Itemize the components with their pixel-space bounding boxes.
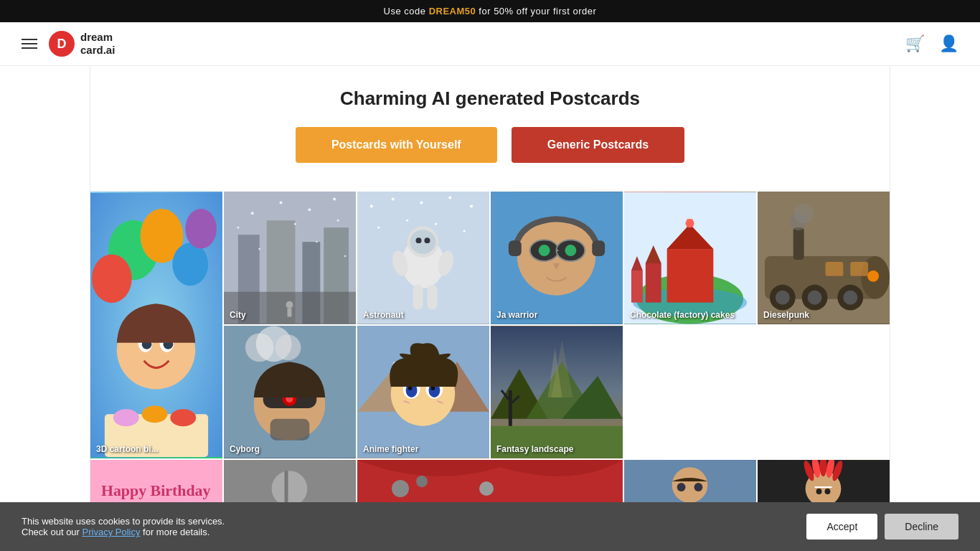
chocolate-image bbox=[624, 192, 756, 324]
svg-point-40 bbox=[406, 220, 408, 222]
svg-point-38 bbox=[470, 204, 473, 207]
birthday-image bbox=[90, 192, 222, 458]
svg-point-58 bbox=[565, 245, 576, 256]
logo-icon: D bbox=[49, 31, 75, 57]
gallery-item[interactable]: Cyborg bbox=[224, 326, 356, 458]
gallery-label: Anime fighter bbox=[363, 444, 418, 454]
header-left: D dream card.ai bbox=[22, 31, 115, 57]
svg-point-5 bbox=[185, 209, 217, 249]
gallery-item[interactable]: Fantasy landscape bbox=[491, 326, 623, 458]
gallery-item[interactable]: 3D cartoon bi... bbox=[90, 192, 222, 458]
cookie-text: This website uses cookies to provide its… bbox=[22, 516, 225, 537]
logo-text: dream card.ai bbox=[80, 31, 115, 57]
gallery-label: Cyborg bbox=[230, 444, 260, 454]
svg-point-30 bbox=[344, 255, 347, 258]
gallery-item[interactable]: Anime fighter bbox=[357, 326, 489, 458]
svg-rect-32 bbox=[288, 309, 292, 317]
dieselpunk-image bbox=[758, 192, 890, 324]
decline-cookies-button[interactable]: Decline bbox=[885, 514, 958, 540]
svg-point-127 bbox=[392, 480, 409, 497]
svg-point-22 bbox=[280, 201, 283, 204]
svg-rect-68 bbox=[631, 270, 643, 303]
svg-rect-85 bbox=[850, 262, 868, 276]
gallery-label: Fantasy landscape bbox=[496, 444, 573, 454]
svg-rect-51 bbox=[427, 285, 437, 310]
svg-rect-116 bbox=[509, 390, 512, 426]
warrior-image bbox=[491, 192, 623, 324]
svg-point-37 bbox=[448, 196, 451, 199]
svg-point-28 bbox=[258, 248, 260, 250]
svg-rect-59 bbox=[509, 240, 522, 256]
svg-point-83 bbox=[794, 203, 814, 223]
header: D dream card.ai 🛒 👤 bbox=[0, 22, 980, 66]
privacy-policy-link[interactable]: Privacy Policy bbox=[83, 527, 141, 537]
tab-generic-postcards[interactable]: Generic Postcards bbox=[512, 127, 684, 163]
svg-point-39 bbox=[377, 227, 380, 229]
svg-point-2 bbox=[92, 255, 132, 303]
svg-point-46 bbox=[416, 237, 422, 243]
gallery-label: City bbox=[230, 310, 246, 320]
svg-point-45 bbox=[410, 230, 436, 254]
svg-rect-95 bbox=[270, 419, 310, 441]
tab-postcards-yourself[interactable]: Postcards with Yourself bbox=[296, 127, 497, 163]
svg-point-23 bbox=[308, 208, 311, 211]
fantasy-image bbox=[491, 326, 623, 458]
svg-point-133 bbox=[694, 483, 702, 491]
gallery-label: Astronaut bbox=[363, 310, 404, 320]
svg-point-80 bbox=[843, 291, 857, 305]
svg-point-26 bbox=[294, 223, 296, 225]
svg-point-57 bbox=[539, 245, 550, 256]
svg-point-4 bbox=[172, 243, 208, 286]
user-icon[interactable]: 👤 bbox=[939, 34, 958, 53]
gallery-item[interactable]: Dieselpunk bbox=[758, 192, 890, 324]
cyborg-image bbox=[224, 326, 356, 458]
main-content: Charming AI generated Postcards Postcard… bbox=[90, 66, 890, 192]
svg-rect-71 bbox=[687, 219, 693, 225]
cart-icon[interactable]: 🛒 bbox=[905, 34, 925, 53]
page-title: Charming AI generated Postcards bbox=[105, 88, 875, 110]
svg-point-132 bbox=[677, 483, 686, 491]
gallery-label: Dieselpunk bbox=[763, 310, 809, 320]
cookie-line2-suffix: for more details. bbox=[140, 527, 209, 537]
banner-prefix: Use code bbox=[384, 6, 429, 17]
promo-code: DREAM50 bbox=[429, 6, 476, 17]
svg-point-31 bbox=[286, 301, 293, 309]
city-image bbox=[224, 192, 356, 324]
svg-rect-81 bbox=[793, 227, 804, 260]
svg-point-86 bbox=[867, 270, 879, 282]
cookie-banner: This website uses cookies to provide its… bbox=[0, 502, 980, 551]
promo-banner: Use code DREAM50 for 50% off your first … bbox=[0, 0, 980, 22]
accept-cookies-button[interactable]: Accept bbox=[806, 514, 877, 540]
svg-point-42 bbox=[463, 230, 466, 232]
svg-point-128 bbox=[416, 476, 428, 487]
svg-point-21 bbox=[251, 212, 254, 215]
svg-point-78 bbox=[808, 291, 822, 305]
svg-point-14 bbox=[170, 409, 196, 426]
logo-letter: D bbox=[57, 37, 67, 52]
svg-point-124 bbox=[272, 471, 308, 507]
svg-point-25 bbox=[237, 227, 239, 229]
svg-point-12 bbox=[113, 409, 139, 426]
svg-point-29 bbox=[316, 241, 318, 243]
svg-text:Happy Birthday: Happy Birthday bbox=[101, 482, 211, 499]
header-right: 🛒 👤 bbox=[905, 34, 958, 53]
cookie-line2-prefix: Check out our bbox=[22, 527, 83, 537]
hamburger-menu[interactable] bbox=[22, 39, 37, 49]
cookie-line1: This website uses cookies to provide its… bbox=[22, 516, 225, 527]
gallery-item[interactable]: Chocolate (factory) cakes bbox=[624, 192, 756, 324]
svg-point-142 bbox=[816, 489, 822, 494]
gallery-label: Chocolate (factory) cakes bbox=[630, 310, 735, 320]
cookie-buttons: Accept Decline bbox=[806, 514, 958, 540]
svg-point-36 bbox=[420, 201, 423, 204]
svg-point-131 bbox=[672, 467, 708, 503]
gallery-item[interactable]: City bbox=[224, 192, 356, 324]
gallery-item[interactable]: Astronaut bbox=[357, 192, 489, 324]
svg-rect-125 bbox=[285, 471, 288, 507]
svg-point-27 bbox=[337, 220, 339, 222]
gallery-container: 3D cartoon bi... bbox=[90, 192, 890, 517]
svg-point-35 bbox=[392, 197, 395, 200]
gallery-item[interactable]: Ja warrior bbox=[491, 192, 623, 324]
svg-point-90 bbox=[275, 334, 301, 360]
svg-point-47 bbox=[424, 237, 430, 243]
logo[interactable]: D dream card.ai bbox=[49, 31, 115, 57]
